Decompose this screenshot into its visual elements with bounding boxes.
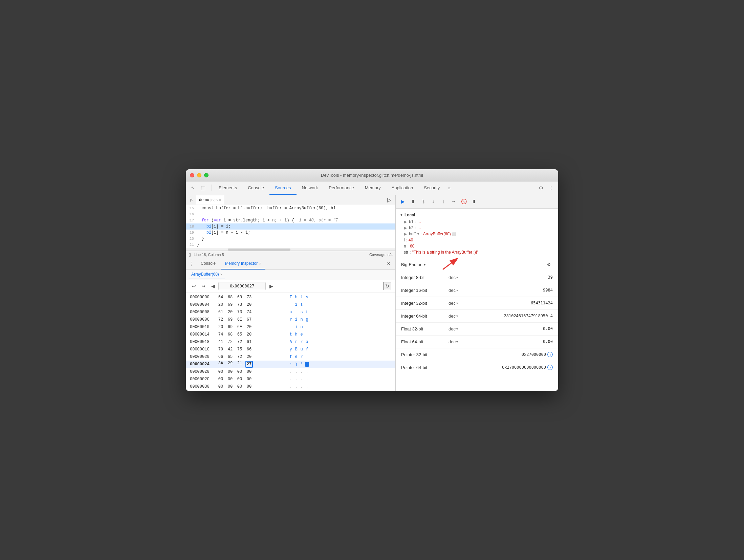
tab-sources[interactable]: Sources [269, 181, 297, 195]
window-title: DevTools - memory-inspector.glitch.me/de… [321, 173, 423, 178]
list-item: ▶ b2 : … [396, 225, 558, 231]
panel-tab-console[interactable]: Console [197, 258, 220, 270]
table-row: 00000008 61 20 73 74 a [186, 308, 395, 316]
panel-menu-icon[interactable]: ⋮ [189, 261, 194, 267]
var-expand-icon[interactable]: ▶ [404, 232, 407, 236]
cursor-icon[interactable]: ↖ [189, 184, 197, 192]
tab-network[interactable]: Network [297, 181, 324, 195]
format-selector-int8[interactable]: dec ▾ [448, 275, 469, 280]
var-expand-icon[interactable]: ▶ [404, 219, 407, 224]
value-row-float64: Float 64-bit dec ▾ 0.00 [396, 336, 558, 348]
file-run-icon[interactable]: ▷ [386, 196, 393, 203]
pause-button[interactable]: ⏸ [409, 197, 417, 206]
bottom-panel: ⋮ Console Memory Inspector × × ArrayBuff… [186, 258, 395, 391]
maximize-button[interactable] [204, 173, 209, 177]
tab-performance[interactable]: Performance [323, 181, 359, 195]
scrollbar-thumb[interactable] [228, 249, 291, 251]
toolbar-right: ⚙ ⋮ [537, 184, 555, 192]
format-selector-int32[interactable]: dec ▾ [448, 301, 469, 306]
value-inspector: Big Endian ▾ ⚙ [396, 258, 558, 391]
code-lines: 15 const buffer = b1.buffer; buffer = Ar… [186, 205, 395, 248]
play-icon: ▷ [189, 197, 195, 203]
right-panel-wrapper: ▶ ⏸ ⤵ ↓ ↑ → 🚫 ⏸ ▼ Local ▶ [396, 195, 558, 391]
prev-page-button[interactable]: ◀ [209, 282, 217, 290]
table-row: 00000020 66 65 72 20 f e [186, 353, 395, 361]
undo-button[interactable]: ↩ [190, 282, 198, 290]
table-row: 00000028 00 00 00 00 . . [186, 368, 395, 375]
value-inspector-settings-icon[interactable]: ⚙ [545, 260, 553, 268]
panel-tab-bar: ⋮ Console Memory Inspector × × [186, 258, 395, 270]
file-tab-name: demo-js.js [199, 197, 218, 202]
address-input[interactable] [218, 282, 266, 290]
list-item: ▶ b1 : … [396, 219, 558, 225]
table-row: 00000004 20 69 73 20 i [186, 301, 395, 308]
minimize-button[interactable] [197, 173, 201, 177]
more-tabs-button[interactable]: » [445, 186, 453, 191]
value-row-float32: Float 32-bit dec ▾ 0.00 [396, 323, 558, 336]
memory-inspector-close-icon[interactable]: × [259, 261, 261, 265]
titlebar: DevTools - memory-inspector.glitch.me/de… [186, 169, 558, 181]
format-selector-float64[interactable]: dec ▾ [448, 339, 469, 344]
toolbar-divider [212, 185, 212, 191]
main-area: ▷ demo-js.js × ▷ 15 const buffer = b1.bu… [186, 195, 558, 391]
section-expand-icon[interactable]: ▼ [400, 213, 403, 217]
table-row: 00000018 41 72 72 61 A r [186, 338, 395, 346]
tab-memory[interactable]: Memory [359, 181, 386, 195]
resume-button[interactable]: ▶ [398, 197, 407, 206]
settings-icon[interactable]: ⚙ [537, 184, 545, 192]
line-col-status: Line 18, Column 5 [194, 253, 224, 257]
panel-tab-memory-inspector[interactable]: Memory Inspector × [221, 258, 265, 270]
array-buffer-tab[interactable]: ArrayBuffer(60) × [189, 270, 225, 279]
more-options-icon[interactable]: ⋮ [547, 184, 555, 192]
list-item: i : 40 [396, 237, 558, 243]
toolbar-left-icons: ↖ ⬚ [189, 184, 207, 192]
endian-selector[interactable]: Big Endian ▾ [401, 262, 426, 267]
tab-elements[interactable]: Elements [213, 181, 242, 195]
device-toolbar-icon[interactable]: ⬚ [199, 184, 207, 192]
step-over-button[interactable]: ⤵ [419, 197, 428, 206]
panel-close-button[interactable]: × [385, 260, 393, 268]
code-line-17: 17 for (var i = str.length; i < n; ++i) … [186, 217, 395, 223]
file-tab-close-icon[interactable]: × [219, 198, 221, 202]
array-buffer-tab-close[interactable]: × [220, 272, 222, 276]
value-row-int8: Integer 8-bit dec ▾ 39 [396, 271, 558, 284]
format-selector-int16[interactable]: dec ▾ [448, 288, 469, 293]
main-tabs: Elements Console Sources Network Perform… [213, 181, 537, 195]
tab-console[interactable]: Console [242, 181, 269, 195]
tab-security[interactable]: Security [418, 181, 445, 195]
left-panel: ▷ demo-js.js × ▷ 15 const buffer = b1.bu… [186, 195, 396, 391]
endian-dropdown-icon[interactable]: ▾ [424, 262, 426, 267]
list-item: ▶ buffer : ArrayBuffer(60) ⬜ [396, 231, 558, 237]
breakpoints-icon[interactable]: 🚫 [459, 197, 468, 206]
table-row: 00000010 20 69 6E 20 i [186, 323, 395, 331]
code-line-20: 20 } [186, 236, 395, 242]
refresh-button[interactable]: ↻ [383, 282, 391, 290]
code-line-15: 15 const buffer = b1.buffer; buffer = Ar… [186, 205, 395, 211]
step-into-button[interactable]: ↓ [429, 197, 438, 206]
format-selector-int64[interactable]: dec ▾ [448, 314, 469, 319]
horizontal-scrollbar[interactable] [186, 248, 395, 251]
coverage-status: Coverage: n/a [369, 253, 393, 257]
var-expand-icon[interactable]: ▶ [404, 225, 407, 230]
endian-label: Big Endian [401, 262, 422, 267]
value-inspector-header: Big Endian ▾ ⚙ [396, 258, 558, 271]
close-button[interactable] [190, 173, 194, 177]
pause-on-exception-button[interactable]: ⏸ [469, 197, 478, 206]
format-selector-float32[interactable]: dec ▾ [448, 326, 469, 331]
section-label: Local [404, 213, 415, 217]
next-page-button[interactable]: ▶ [267, 282, 275, 290]
table-row: 0000002C 00 00 00 00 . . [186, 375, 395, 383]
pointer-navigate-icon[interactable]: → [547, 352, 553, 357]
tab-application[interactable]: Application [386, 181, 419, 195]
step-out-button[interactable]: ↑ [439, 197, 448, 206]
debug-controls: ▶ ⏸ ⤵ ↓ ↑ → 🚫 ⏸ [396, 195, 558, 209]
redo-button[interactable]: ↪ [199, 282, 207, 290]
table-row: 0000000C 72 69 6E 67 r i [186, 316, 395, 323]
file-tab-demo-js[interactable]: demo-js.js × [196, 195, 224, 204]
table-row: 00000024 3A 29 21 27 : ) [186, 361, 395, 368]
pointer-navigate-icon-64[interactable]: → [547, 365, 553, 370]
value-row-int32: Integer 32-bit dec ▾ 654311424 [396, 297, 558, 310]
list-item: str : "This is a string in the ArrayBuff… [396, 249, 558, 255]
step-button[interactable]: → [449, 197, 458, 206]
main-toolbar: ↖ ⬚ Elements Console Sources Network Per… [186, 181, 558, 195]
